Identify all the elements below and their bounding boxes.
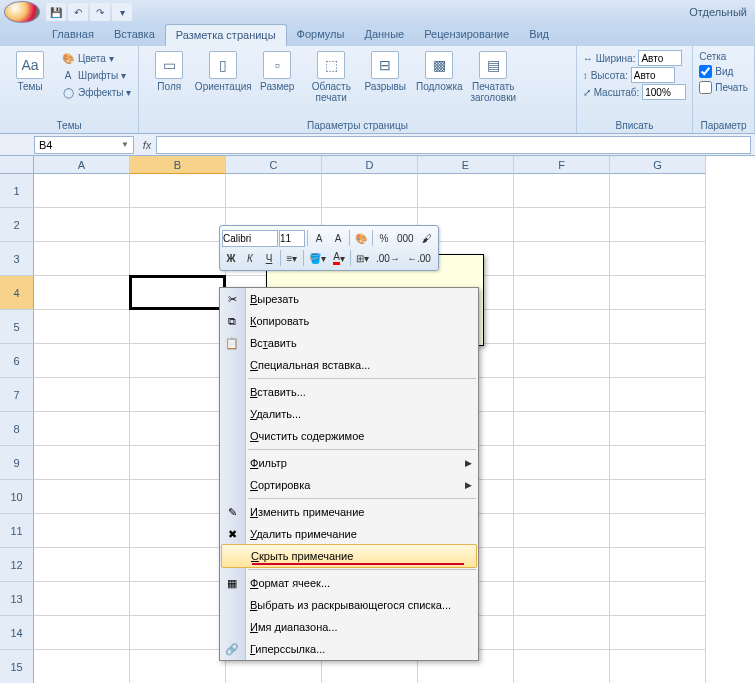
themes-button[interactable]: AaТемы xyxy=(4,48,56,95)
theme-fonts[interactable]: AШрифты ▾ xyxy=(58,67,134,83)
cell[interactable] xyxy=(34,242,130,276)
mini-comma[interactable]: 000 xyxy=(394,229,417,247)
theme-colors[interactable]: 🎨Цвета ▾ xyxy=(58,50,134,66)
cell[interactable] xyxy=(34,208,130,242)
cell[interactable] xyxy=(34,174,130,208)
cell[interactable] xyxy=(610,174,706,208)
cell[interactable] xyxy=(514,582,610,616)
print-titles-button[interactable]: ▤Печатать заголовки xyxy=(467,48,519,106)
cell[interactable] xyxy=(610,548,706,582)
cell[interactable] xyxy=(514,548,610,582)
ctx-очистить-содержимое[interactable]: Очистить содержимое xyxy=(220,425,478,447)
cell[interactable] xyxy=(34,616,130,650)
print-area-button[interactable]: ⬚Область печати xyxy=(305,48,357,106)
breaks-button[interactable]: ⊟Разрывы xyxy=(359,48,411,95)
ctx-выбрать-из-раскрывающегося-списка-[interactable]: Выбрать из раскрывающегося списка... xyxy=(220,594,478,616)
qat-save[interactable]: 💾 xyxy=(46,3,66,21)
cell[interactable] xyxy=(34,582,130,616)
cell[interactable] xyxy=(610,344,706,378)
mini-shrink-font[interactable]: A xyxy=(329,229,347,247)
cell[interactable] xyxy=(130,548,226,582)
row-13[interactable]: 13 xyxy=(0,582,34,616)
cell[interactable] xyxy=(514,480,610,514)
row-3[interactable]: 3 xyxy=(0,242,34,276)
row-11[interactable]: 11 xyxy=(0,514,34,548)
cell[interactable] xyxy=(610,310,706,344)
col-G[interactable]: G xyxy=(610,156,706,174)
tab-home[interactable]: Главная xyxy=(42,24,104,46)
cell[interactable] xyxy=(130,310,226,344)
col-E[interactable]: E xyxy=(418,156,514,174)
ctx-сортировка[interactable]: Сортировка▶ xyxy=(220,474,478,496)
cell[interactable] xyxy=(130,276,226,310)
cell[interactable] xyxy=(322,174,418,208)
cell[interactable] xyxy=(514,276,610,310)
cell[interactable] xyxy=(130,582,226,616)
cell[interactable] xyxy=(610,242,706,276)
row-2[interactable]: 2 xyxy=(0,208,34,242)
mini-inc-decimal[interactable]: .00→ xyxy=(373,249,403,267)
cell[interactable] xyxy=(610,616,706,650)
cell[interactable] xyxy=(514,174,610,208)
cell[interactable] xyxy=(514,446,610,480)
ctx-вставить[interactable]: 📋Вставить xyxy=(220,332,478,354)
cell[interactable] xyxy=(34,480,130,514)
mini-percent[interactable]: % xyxy=(375,229,393,247)
tab-formulas[interactable]: Формулы xyxy=(287,24,355,46)
mini-fill-color[interactable]: 🪣▾ xyxy=(306,249,329,267)
orientation-button[interactable]: ▯Ориентация xyxy=(197,48,249,95)
select-all-corner[interactable] xyxy=(0,156,34,174)
mini-grow-font[interactable]: A xyxy=(310,229,328,247)
cell[interactable] xyxy=(514,650,610,683)
cell[interactable] xyxy=(514,310,610,344)
ctx-специальная-вставка-[interactable]: Специальная вставка... xyxy=(220,354,478,376)
tab-insert[interactable]: Вставка xyxy=(104,24,165,46)
cell[interactable] xyxy=(34,446,130,480)
cell[interactable] xyxy=(34,378,130,412)
col-F[interactable]: F xyxy=(514,156,610,174)
col-B[interactable]: B xyxy=(130,156,226,174)
mini-size[interactable] xyxy=(279,230,305,247)
row-4[interactable]: 4 xyxy=(0,276,34,310)
cell[interactable] xyxy=(514,412,610,446)
ctx-удалить-[interactable]: Удалить... xyxy=(220,403,478,425)
cell[interactable] xyxy=(514,514,610,548)
cell[interactable] xyxy=(610,276,706,310)
row-7[interactable]: 7 xyxy=(0,378,34,412)
cell[interactable] xyxy=(514,208,610,242)
cell[interactable] xyxy=(34,310,130,344)
mini-align-icon[interactable]: ≡▾ xyxy=(283,249,301,267)
cell[interactable] xyxy=(610,412,706,446)
formula-bar[interactable] xyxy=(156,136,751,154)
cell[interactable] xyxy=(130,208,226,242)
qat-undo[interactable]: ↶ xyxy=(68,3,88,21)
ctx-вставить-[interactable]: Вставить... xyxy=(220,381,478,403)
scale-width[interactable]: ↔Ширина: xyxy=(581,50,689,66)
sheet-print-check[interactable]: Печать xyxy=(697,80,750,95)
cell[interactable] xyxy=(610,582,706,616)
mini-style-icon[interactable]: 🎨 xyxy=(352,229,370,247)
cell[interactable] xyxy=(610,514,706,548)
tab-data[interactable]: Данные xyxy=(354,24,414,46)
row-15[interactable]: 15 xyxy=(0,650,34,683)
mini-font-color[interactable]: A▾ xyxy=(330,249,348,267)
ctx-скрыть-примечание[interactable]: Скрыть примечание xyxy=(221,544,477,568)
cell[interactable] xyxy=(610,480,706,514)
ctx-формат-ячеек-[interactable]: ▦Формат ячеек... xyxy=(220,572,478,594)
cell[interactable] xyxy=(130,174,226,208)
ctx-копировать[interactable]: ⧉Копировать xyxy=(220,310,478,332)
cell[interactable] xyxy=(34,412,130,446)
cell[interactable] xyxy=(514,378,610,412)
margins-button[interactable]: ▭Поля xyxy=(143,48,195,95)
cell[interactable] xyxy=(130,650,226,683)
qat-more[interactable]: ▾ xyxy=(112,3,132,21)
size-button[interactable]: ▫Размер xyxy=(251,48,303,95)
cell[interactable] xyxy=(610,378,706,412)
col-A[interactable]: A xyxy=(34,156,130,174)
scale-percent[interactable]: ⤢Масштаб: xyxy=(581,84,689,100)
mini-format-painter[interactable]: 🖌 xyxy=(418,229,436,247)
cell[interactable] xyxy=(130,480,226,514)
cell[interactable] xyxy=(130,242,226,276)
office-button[interactable] xyxy=(4,1,40,23)
name-box[interactable]: B4▼ xyxy=(34,136,134,154)
